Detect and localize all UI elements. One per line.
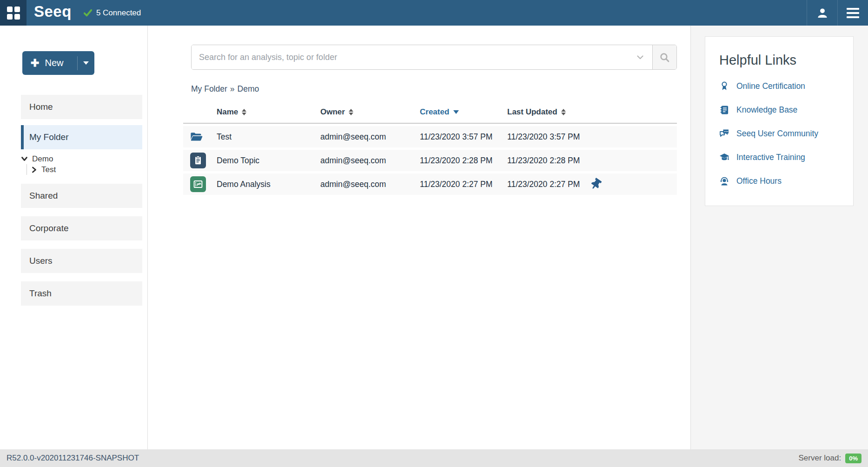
item-owner: admin@seeq.com xyxy=(320,132,420,142)
column-header-created[interactable]: Created xyxy=(420,107,459,117)
training-icon xyxy=(719,153,729,162)
grid-icon xyxy=(7,7,20,20)
item-updated: 11/23/2020 2:27 PM xyxy=(507,180,580,189)
folder-tree: Demo Test xyxy=(21,153,147,175)
sidebar-item-label: Corporate xyxy=(29,223,69,234)
search-button[interactable] xyxy=(652,45,676,69)
chevron-down-icon xyxy=(637,55,643,60)
pin-icon[interactable] xyxy=(589,177,603,192)
link-label: Office Hours xyxy=(736,176,782,186)
server-load-label: Server load: xyxy=(799,454,841,463)
sidebar-item-users[interactable]: Users xyxy=(21,249,142,273)
table-header: Name Owner Created Last Updated xyxy=(183,103,677,124)
office-hours-icon xyxy=(719,176,729,186)
new-button-dropdown[interactable] xyxy=(78,61,94,65)
link-label: Interactive Training xyxy=(736,153,805,162)
item-owner: admin@seeq.com xyxy=(320,156,420,166)
hamburger-icon xyxy=(847,8,859,18)
user-icon xyxy=(816,7,829,20)
item-updated: 11/23/2020 3:57 PM xyxy=(507,132,580,142)
link-label: Online Certification xyxy=(736,81,805,91)
sidebar-item-trash[interactable]: Trash xyxy=(21,281,142,306)
item-created: 11/23/2020 3:57 PM xyxy=(420,132,507,142)
item-updated: 11/23/2020 2:28 PM xyxy=(507,156,580,166)
table-row-demo-analysis[interactable]: Demo Analysis admin@seeq.com 11/23/2020 … xyxy=(183,173,677,195)
main-content: My Folder»Demo Name Owner Created Last U… xyxy=(148,26,690,449)
connection-status[interactable]: 5 Connected xyxy=(84,0,141,26)
top-navbar: Seeq 5 Connected xyxy=(0,0,868,26)
sort-icon xyxy=(561,109,566,115)
chevron-down-icon xyxy=(21,156,28,162)
breadcrumb-my-folder[interactable]: My Folder xyxy=(191,84,227,93)
item-name: Demo Analysis xyxy=(217,180,320,189)
table-row-demo-topic[interactable]: Demo Topic admin@seeq.com 11/23/2020 2:2… xyxy=(183,150,677,171)
server-load-badge[interactable]: 0% xyxy=(845,454,861,463)
helpful-links-card: Helpful Links Online Certification xyxy=(705,36,854,206)
sidebar-item-label: Trash xyxy=(29,288,52,299)
item-name: Test xyxy=(217,132,320,142)
app-grid-button[interactable] xyxy=(0,0,27,26)
sidebar-item-label: Shared xyxy=(29,191,58,201)
tree-item-label: Demo xyxy=(32,154,53,164)
link-interactive-training[interactable]: Interactive Training xyxy=(719,153,844,162)
table-row-test[interactable]: Test admin@seeq.com 11/23/2020 3:57 PM 1… xyxy=(183,126,677,147)
column-header-last-updated[interactable]: Last Updated xyxy=(507,107,566,117)
main-menu-button[interactable] xyxy=(837,0,868,26)
breadcrumb: My Folder»Demo xyxy=(191,84,677,94)
new-button-label: New xyxy=(45,58,63,68)
sort-desc-icon xyxy=(453,110,459,114)
version-label: R52.0.0-v202011231746-SNAPSHOT xyxy=(7,454,139,463)
column-header-owner[interactable]: Owner xyxy=(320,107,353,117)
seeq-logo[interactable]: Seeq xyxy=(27,0,84,26)
helpful-links-title: Helpful Links xyxy=(719,53,844,68)
sort-icon xyxy=(242,109,246,115)
analysis-icon xyxy=(190,176,206,192)
community-icon xyxy=(719,129,729,139)
plus-icon: ✚ xyxy=(31,58,39,68)
breadcrumb-current: Demo xyxy=(238,84,259,93)
link-seeq-user-community[interactable]: Seeq User Community xyxy=(719,129,844,139)
chevron-right-icon xyxy=(31,167,37,173)
link-office-hours[interactable]: Office Hours xyxy=(719,176,844,186)
item-created: 11/23/2020 2:27 PM xyxy=(420,180,507,189)
sidebar: ✚ New Home My Folder Demo xyxy=(0,26,148,449)
sidebar-item-shared[interactable]: Shared xyxy=(21,184,142,208)
folder-icon xyxy=(190,132,203,142)
sort-icon xyxy=(349,109,353,115)
link-knowledge-base[interactable]: Knowledge Base xyxy=(719,105,844,115)
sidebar-item-label: Users xyxy=(29,256,53,266)
item-owner: admin@seeq.com xyxy=(320,180,420,189)
tree-item-demo[interactable]: Demo xyxy=(21,153,147,164)
link-label: Knowledge Base xyxy=(736,105,797,115)
status-bar: R52.0.0-v202011231746-SNAPSHOT Server lo… xyxy=(0,449,868,467)
item-created: 11/23/2020 2:28 PM xyxy=(420,156,507,166)
search-input[interactable] xyxy=(192,45,628,69)
topic-icon xyxy=(190,153,206,168)
tree-item-label: Test xyxy=(41,165,56,174)
new-button[interactable]: ✚ New xyxy=(22,51,94,75)
sidebar-item-my-folder[interactable]: My Folder xyxy=(21,125,142,149)
sidebar-item-label: Home xyxy=(29,102,53,112)
sidebar-item-label: My Folder xyxy=(29,132,68,142)
search-dropdown-toggle[interactable] xyxy=(628,45,652,69)
certification-icon xyxy=(719,81,729,91)
item-name: Demo Topic xyxy=(217,156,320,166)
column-header-name[interactable]: Name xyxy=(217,107,246,117)
breadcrumb-separator: » xyxy=(230,84,235,93)
caret-down-icon xyxy=(83,61,89,65)
content-table: Name Owner Created Last Updated Test adm… xyxy=(183,103,677,195)
user-profile-button[interactable] xyxy=(807,0,837,26)
sidebar-item-home[interactable]: Home xyxy=(21,95,142,119)
link-online-certification[interactable]: Online Certification xyxy=(719,81,844,91)
tree-item-test[interactable]: Test xyxy=(31,164,147,175)
right-panel: Helpful Links Online Certification xyxy=(690,26,868,449)
connection-status-label: 5 Connected xyxy=(96,8,141,18)
search-bar xyxy=(191,45,677,70)
sidebar-item-corporate[interactable]: Corporate xyxy=(21,216,142,240)
search-icon xyxy=(659,52,670,63)
link-label: Seeq User Community xyxy=(736,129,818,139)
knowledge-base-icon xyxy=(719,105,729,115)
checkmark-icon xyxy=(84,9,92,17)
